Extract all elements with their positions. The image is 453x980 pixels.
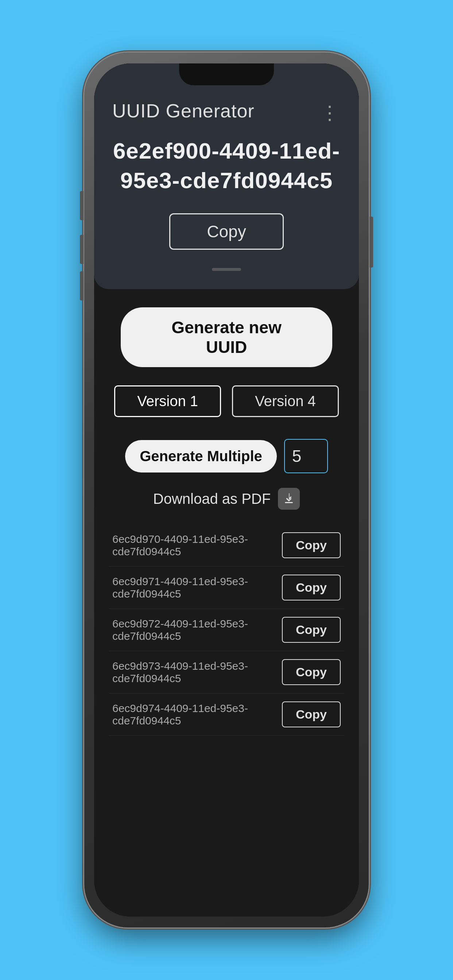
uuid-list-text-0: 6ec9d970-4409-11ed-95e3-cde7fd0944c5 [112,533,282,558]
uuid-list-item: 6ec9d973-4409-11ed-95e3-cde7fd0944c5Copy [109,651,344,694]
main-copy-button[interactable]: Copy [169,213,283,250]
uuid-list-copy-button-1[interactable]: Copy [282,574,341,600]
uuid-list-item: 6ec9d974-4409-11ed-95e3-cde7fd0944c5Copy [109,694,344,736]
uuid-list-text-2: 6ec9d972-4409-11ed-95e3-cde7fd0944c5 [112,617,282,643]
quantity-input[interactable] [284,439,328,473]
sheet-handle [212,268,241,271]
uuid-list-copy-button-2[interactable]: Copy [282,617,341,643]
uuid-list-text-3: 6ec9d973-4409-11ed-95e3-cde7fd0944c5 [112,660,282,685]
notch [179,64,274,85]
app-title: UUID Generator [112,100,255,122]
uuid-list-text-1: 6ec9d971-4409-11ed-95e3-cde7fd0944c5 [112,575,282,600]
generate-new-uuid-button[interactable]: Generate new UUID [121,307,332,367]
version4-button[interactable]: Version 4 [232,385,339,417]
uuid-list-item: 6ec9d970-4409-11ed-95e3-cde7fd0944c5Copy [109,524,344,566]
version1-button[interactable]: Version 1 [114,385,221,417]
header-row: UUID Generator ⋮ [109,100,344,122]
uuid-list-item: 6ec9d971-4409-11ed-95e3-cde7fd0944c5Copy [109,566,344,609]
top-sheet: UUID Generator ⋮ 6e2ef900-4409-11ed-95e3… [94,64,359,289]
uuid-list-copy-button-3[interactable]: Copy [282,659,341,685]
generate-multiple-row: Generate Multiple [109,439,344,473]
download-label: Download as PDF [153,491,271,507]
uuid-list-copy-button-0[interactable]: Copy [282,532,341,558]
menu-icon[interactable]: ⋮ [320,104,341,118]
phone-frame: UUID Generator ⋮ 6e2ef900-4409-11ed-95e3… [84,52,369,928]
download-row: Download as PDF [153,488,300,510]
screen-content: UUID Generator ⋮ 6e2ef900-4409-11ed-95e3… [94,64,359,916]
main-uuid-display: 6e2ef900-4409-11ed-95e3-cde7fd0944c5 [109,136,344,195]
bottom-section: Generate new UUID Version 1 Version 4 Ge… [94,289,359,754]
uuid-list-text-4: 6ec9d974-4409-11ed-95e3-cde7fd0944c5 [112,702,282,727]
generate-multiple-button[interactable]: Generate Multiple [125,440,277,473]
download-pdf-button[interactable] [278,488,300,510]
uuid-list: 6ec9d970-4409-11ed-95e3-cde7fd0944c5Copy… [109,524,344,736]
uuid-list-item: 6ec9d972-4409-11ed-95e3-cde7fd0944c5Copy [109,609,344,651]
version-row: Version 1 Version 4 [114,385,339,417]
uuid-list-copy-button-4[interactable]: Copy [282,702,341,727]
phone-screen: UUID Generator ⋮ 6e2ef900-4409-11ed-95e3… [94,64,359,916]
